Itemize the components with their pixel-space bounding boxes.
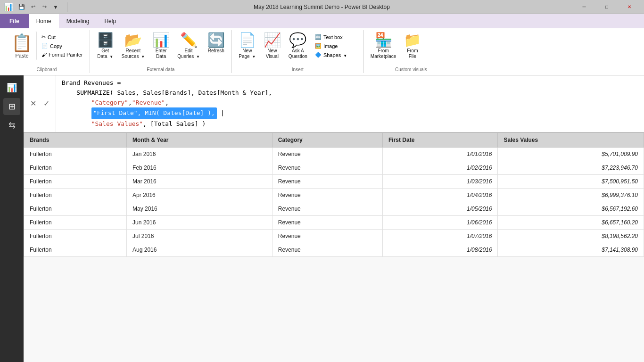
- table-row: FullertonJun 2016Revenue1/06/2016$6,657,…: [24, 215, 644, 229]
- customize-button[interactable]: ▼: [51, 2, 60, 12]
- edit-queries-button[interactable]: ✏️ EditQueries ▼: [174, 31, 203, 61]
- from-marketplace-button[interactable]: 🏪 FromMarketplace: [368, 31, 399, 61]
- content-area: ✕ ✓ Brand Revenues = SUMMARIZE( Sales, S…: [24, 75, 644, 362]
- table-cell: Feb 2016: [127, 161, 272, 174]
- table-cell: $6,999,376.10: [498, 188, 644, 202]
- refresh-icon: 🔄: [207, 33, 225, 47]
- insert-group: 📄 NewPage ▼ 📈 NewVisual 💬 Ask AQuestion …: [232, 30, 364, 73]
- table-cell: $6,567,192.60: [498, 202, 644, 215]
- table-cell: Revenue: [272, 229, 382, 243]
- col-header-brands: Brands: [24, 132, 127, 147]
- table-row: FullertonAug 2016Revenue1/08/2016$7,141,…: [24, 243, 644, 256]
- app-icon: 📊: [4, 2, 13, 11]
- table-cell: Fullerton: [24, 229, 127, 243]
- confirm-formula-button[interactable]: ✓: [41, 98, 52, 109]
- table-cell: Fullerton: [24, 215, 127, 229]
- minimize-button[interactable]: ─: [573, 0, 595, 14]
- insert-group-label: Insert: [232, 67, 363, 72]
- maximize-button[interactable]: □: [596, 0, 618, 14]
- custom-visuals-group: 🏪 FromMarketplace 📁 FromFile Custom visu…: [364, 30, 458, 73]
- copy-icon: 📄: [41, 43, 48, 49]
- title-bar: 📊 💾 ↩ ↪ ▼ May 2018 Learning Summit Demo …: [0, 0, 644, 14]
- paste-button[interactable]: 📋 Paste: [8, 31, 37, 60]
- table-row: FullertonMay 2016Revenue1/05/2016$6,567,…: [24, 202, 644, 215]
- save-button[interactable]: 💾: [17, 2, 26, 12]
- text-box-button[interactable]: 🔤 Text box: [312, 33, 350, 41]
- close-button[interactable]: ✕: [619, 0, 640, 14]
- from-file-button[interactable]: 📁 FromFile: [401, 31, 424, 61]
- formula-content[interactable]: Brand Revenues = SUMMARIZE( Sales, Sales…: [56, 75, 644, 132]
- menu-modeling[interactable]: Modeling: [59, 14, 97, 28]
- table-cell: Fullerton: [24, 188, 127, 202]
- table-row: FullertonApr 2016Revenue1/04/2016$6,999,…: [24, 188, 644, 202]
- format-painter-button[interactable]: 🖌 Format Painter: [39, 51, 86, 58]
- copy-button[interactable]: 📄 Copy: [39, 42, 65, 50]
- image-button[interactable]: 🖼️ Image: [312, 42, 350, 50]
- col-header-month-year: Month & Year: [127, 132, 272, 147]
- col-header-sales-values: Sales Values: [498, 132, 644, 147]
- dax-line-1: Brand Revenues =: [62, 78, 638, 88]
- cancel-formula-button[interactable]: ✕: [27, 98, 39, 109]
- main-area: 📊 ⊞ ⇆ ✕ ✓ Brand Revenues =: [0, 75, 644, 362]
- table-cell: Jun 2016: [127, 215, 272, 229]
- table-cell: Mar 2016: [127, 174, 272, 188]
- new-page-button[interactable]: 📄 NewPage ▼: [236, 31, 259, 61]
- table-row: FullertonFeb 2016Revenue1/02/2016$7,223,…: [24, 161, 644, 174]
- table-cell: Aug 2016: [127, 243, 272, 256]
- recent-sources-button[interactable]: 📂 RecentSources ▼: [119, 31, 148, 61]
- paste-icon: 📋: [11, 33, 33, 53]
- custom-visuals-group-label: Custom visuals: [364, 67, 458, 72]
- table-row: FullertonJul 2016Revenue1/07/2016$8,198,…: [24, 229, 644, 243]
- menu-file[interactable]: File: [0, 14, 29, 28]
- undo-button[interactable]: ↩: [28, 2, 38, 12]
- enter-data-button[interactable]: 📊 EnterData: [149, 31, 173, 61]
- ask-a-question-icon: 💬: [289, 33, 306, 47]
- clipboard-group-label: Clipboard: [4, 67, 90, 72]
- table-row: FullertonJan 2016Revenue1/01/2016$5,701,…: [24, 147, 644, 161]
- menu-home[interactable]: Home: [29, 14, 59, 28]
- sidebar-item-data[interactable]: ⊞: [3, 98, 20, 115]
- shapes-icon: 🔷: [315, 52, 322, 58]
- dax-line-5: "Sales Values" , [Total Sales] ): [62, 119, 638, 129]
- cut-label: Cut: [48, 34, 56, 40]
- window-title: May 2018 Learning Summit Demo - Power BI…: [74, 4, 570, 10]
- table-header: Brands Month & Year Category First Date …: [24, 132, 644, 147]
- sidebar-item-relationship[interactable]: ⇆: [3, 117, 20, 134]
- table-cell: May 2016: [127, 202, 272, 215]
- relationship-icon: ⇆: [8, 120, 16, 131]
- cut-button[interactable]: ✂ Cut: [39, 33, 58, 41]
- ask-a-question-button[interactable]: 💬 Ask AQuestion: [286, 31, 310, 61]
- refresh-button[interactable]: 🔄 Refresh: [205, 31, 228, 56]
- col-header-first-date: First Date: [383, 132, 498, 147]
- table-cell: Fullerton: [24, 243, 127, 256]
- new-visual-button[interactable]: 📈 NewVisual: [261, 31, 284, 61]
- table-cell: Fullerton: [24, 174, 127, 188]
- table-cell: Revenue: [272, 161, 382, 174]
- redo-button[interactable]: ↪: [40, 2, 49, 12]
- enter-data-icon: 📊: [152, 33, 170, 47]
- menu-help[interactable]: Help: [97, 14, 124, 28]
- table-body: FullertonJan 2016Revenue1/01/2016$5,701,…: [24, 147, 644, 256]
- insert-stack: 🔤 Text box 🖼️ Image 🔷 Shapes ▼: [312, 31, 350, 66]
- table-cell: Revenue: [272, 174, 382, 188]
- table-cell: 1/02/2016: [383, 161, 498, 174]
- shapes-label: Shapes ▼: [323, 52, 347, 58]
- table-cell: $8,198,562.20: [498, 229, 644, 243]
- left-sidebar: 📊 ⊞ ⇆: [0, 75, 24, 362]
- sidebar-item-report[interactable]: 📊: [3, 79, 20, 96]
- text-box-icon: 🔤: [315, 34, 322, 40]
- clipboard-small-actions: ✂ Cut 📄 Copy 🖌 Format Painter: [39, 31, 86, 58]
- external-data-group: 🗄️ GetData ▼ 📂 RecentSources ▼ 📊 EnterDa…: [90, 30, 232, 73]
- table-cell: Revenue: [272, 188, 382, 202]
- shapes-button[interactable]: 🔷 Shapes ▼: [312, 51, 350, 59]
- table-cell: $7,500,951.50: [498, 174, 644, 188]
- format-painter-label: Format Painter: [49, 52, 83, 58]
- external-data-group-label: External data: [90, 67, 231, 72]
- get-data-button[interactable]: 🗄️ GetData ▼: [94, 31, 117, 61]
- edit-queries-icon: ✏️: [180, 33, 198, 47]
- formula-controls: ✕ ✓: [24, 75, 56, 132]
- table-cell: $6,657,160.20: [498, 215, 644, 229]
- image-label: Image: [323, 43, 338, 49]
- clipboard-group: 📋 Paste ✂ Cut 📄 Copy 🖌 Format Painter Cl…: [4, 30, 90, 73]
- table-cell: 1/05/2016: [383, 202, 498, 215]
